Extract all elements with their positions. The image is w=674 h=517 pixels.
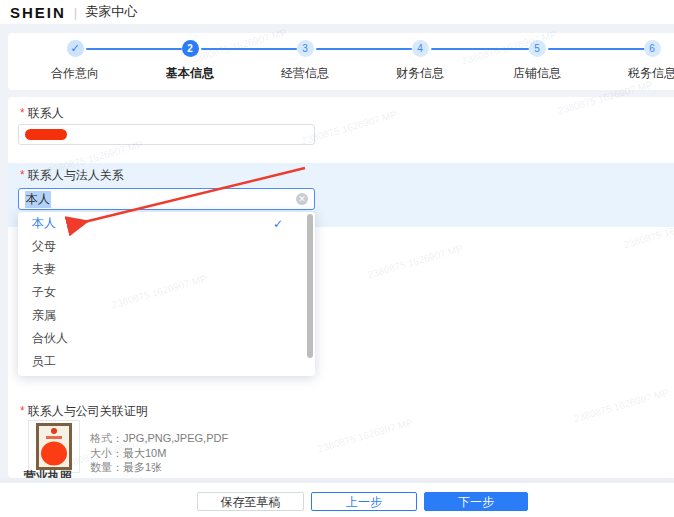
redaction-overlay: [25, 129, 67, 140]
contact-input[interactable]: [18, 124, 315, 145]
required-asterisk: *: [20, 106, 25, 120]
step-tax-info[interactable]: 6 税务信息: [597, 40, 674, 82]
step-label: 税务信息: [597, 65, 674, 82]
step-business-info[interactable]: 3 经营信息: [250, 40, 360, 82]
logo-divider: |: [74, 5, 77, 20]
step-basic-info[interactable]: 2 基本信息: [135, 40, 245, 82]
next-step-button[interactable]: 下一步: [424, 492, 528, 511]
form-card: *联系人 *联系人与法人关系 本人 ✕ 本人 ✓ 父母 夫妻 子女 亲属 合伙人…: [8, 97, 674, 478]
step-label: 基本信息: [135, 65, 245, 82]
clear-icon[interactable]: ✕: [296, 193, 308, 205]
save-draft-button[interactable]: 保存至草稿: [197, 492, 304, 511]
step-number: 6: [644, 40, 661, 57]
upload-rule-format: 格式：JPG,PNG,JPEG,PDF: [90, 431, 228, 446]
step-label: 店铺信息: [482, 65, 592, 82]
uploaded-file-thumbnail[interactable]: [28, 420, 80, 473]
proof-field-label: *联系人与公司关联证明: [20, 403, 148, 420]
step-store-info[interactable]: 5 店铺信息: [482, 40, 592, 82]
certificate-title-bar: [46, 436, 62, 439]
step-label: 合作意向: [20, 65, 130, 82]
dropdown-scrollbar[interactable]: [307, 214, 313, 358]
dropdown-option-partial[interactable]: ……: [18, 373, 315, 376]
required-asterisk: *: [20, 168, 25, 182]
shein-logo: SHEIN: [10, 4, 66, 21]
step-check-icon: ✓: [67, 40, 84, 57]
step-number: 4: [412, 40, 429, 57]
step-number: 2: [182, 40, 199, 57]
footer-bar: 保存至草稿 上一步 下一步: [0, 482, 674, 517]
required-asterisk: *: [20, 404, 25, 418]
dropdown-option-parents[interactable]: 父母: [18, 235, 315, 258]
upload-rule-count: 数量：最多1张: [90, 460, 162, 475]
check-icon: ✓: [273, 217, 283, 231]
selected-value-text: 本人: [25, 191, 51, 208]
certificate-emblem: [51, 428, 57, 434]
dropdown-option-partner[interactable]: 合伙人: [18, 327, 315, 350]
dropdown-option-children[interactable]: 子女: [18, 281, 315, 304]
dropdown-option-relatives[interactable]: 亲属: [18, 304, 315, 327]
step-label: 经营信息: [250, 65, 360, 82]
dropdown-option-spouse[interactable]: 夫妻: [18, 258, 315, 281]
contact-field-label: *联系人: [20, 105, 64, 122]
stepper-card: ✓ 合作意向 2 基本信息 3 经营信息 4 财务信息 5 店铺信息 6 税务信…: [8, 33, 674, 90]
step-cooperation-intent[interactable]: ✓ 合作意向: [20, 40, 130, 82]
relation-field-label: *联系人与法人关系: [20, 167, 124, 184]
relation-dropdown: 本人 ✓ 父母 夫妻 子女 亲属 合伙人 员工 ……: [18, 212, 315, 376]
step-number: 3: [297, 40, 314, 57]
previous-step-button[interactable]: 上一步: [311, 492, 417, 511]
dropdown-option-employee[interactable]: 员工: [18, 350, 315, 373]
upload-rule-size: 大小：最大10M: [90, 446, 166, 461]
step-label: 财务信息: [365, 65, 475, 82]
portal-title: 卖家中心: [85, 3, 137, 21]
certificate-image: [36, 423, 72, 470]
dropdown-option-self[interactable]: 本人 ✓: [18, 212, 315, 235]
relation-select-input[interactable]: 本人 ✕: [18, 188, 315, 210]
red-seal-redaction: [41, 442, 67, 466]
step-finance-info[interactable]: 4 财务信息: [365, 40, 475, 82]
step-number: 5: [529, 40, 546, 57]
file-caption-clipped: 营业执照: [24, 468, 72, 478]
top-header: SHEIN | 卖家中心: [0, 0, 674, 24]
